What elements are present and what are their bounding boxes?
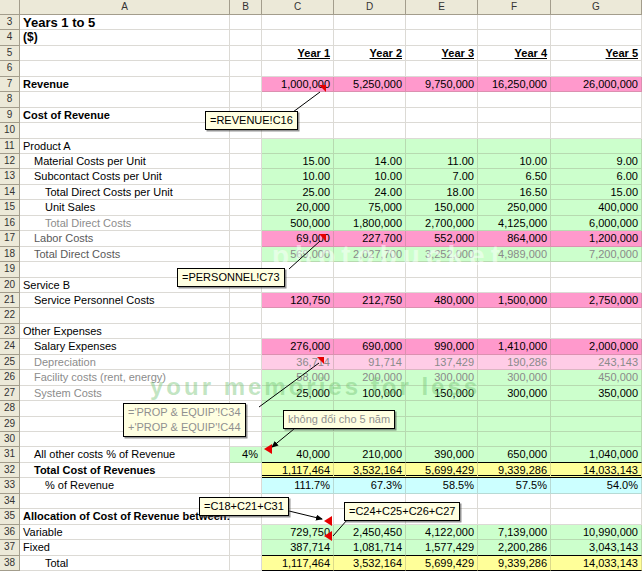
cell-D36[interactable]: 2,450,450 (334, 525, 406, 540)
cell-B4[interactable] (230, 30, 262, 45)
row-header-30[interactable]: 30 (0, 432, 20, 447)
cell-A17[interactable]: Labor Costs (20, 231, 230, 246)
cell-A32[interactable]: Total Cost of Revenues (20, 463, 230, 478)
cell-D25[interactable]: 91,714 (334, 355, 406, 370)
cell-F25[interactable]: 190,286 (478, 355, 551, 370)
cell-D31[interactable]: 210,000 (334, 447, 406, 462)
cell-B8[interactable] (230, 92, 262, 107)
cell-B27[interactable] (230, 386, 262, 401)
cell-F22[interactable] (478, 308, 551, 323)
cell-E15[interactable]: 150,000 (406, 200, 478, 215)
cell-E36[interactable]: 4,122,000 (406, 525, 478, 540)
cell-G5[interactable]: Year 5 (551, 46, 642, 61)
cell-B22[interactable] (230, 308, 262, 323)
cell-A8[interactable] (20, 92, 230, 107)
cell-G6[interactable] (551, 61, 642, 76)
cell-A24[interactable]: Salary Expenses (20, 339, 230, 354)
cell-E38[interactable]: 5,699,429 (406, 556, 478, 571)
cell-C8[interactable] (262, 92, 334, 107)
cell-E31[interactable]: 390,000 (406, 447, 478, 462)
cell-D22[interactable] (334, 308, 406, 323)
cell-F29[interactable] (478, 417, 551, 432)
cell-G36[interactable]: 10,990,000 (551, 525, 642, 540)
cell-G25[interactable]: 243,143 (551, 355, 642, 370)
cell-D26[interactable]: 200,000 (334, 370, 406, 385)
cell-A38[interactable]: Total (20, 556, 230, 571)
cell-D7[interactable]: 5,250,000 (334, 77, 406, 92)
cell-C30[interactable] (262, 432, 334, 447)
cell-E17[interactable]: 552,000 (406, 231, 478, 246)
row-header-37[interactable]: 37 (0, 540, 20, 555)
cell-F30[interactable] (478, 432, 551, 447)
cell-G3[interactable] (551, 15, 642, 30)
cell-E12[interactable]: 11.00 (406, 154, 478, 169)
row-header-23[interactable]: 23 (0, 324, 20, 339)
row-header-31[interactable]: 31 (0, 447, 20, 462)
cell-C22[interactable] (262, 308, 334, 323)
cell-C5[interactable]: Year 1 (262, 46, 334, 61)
cell-G18[interactable]: 7,200,000 (551, 247, 642, 262)
cell-D27[interactable]: 100,000 (334, 386, 406, 401)
cell-E19[interactable] (406, 262, 478, 277)
cell-F34[interactable] (478, 494, 551, 509)
row-header-7[interactable]: 7 (0, 77, 20, 92)
cell-F21[interactable]: 1,500,000 (478, 293, 551, 308)
cell-B21[interactable] (230, 293, 262, 308)
cell-E32[interactable]: 5,699,429 (406, 463, 478, 478)
cell-G28[interactable] (551, 401, 642, 416)
cell-A7[interactable]: Revenue (20, 77, 230, 92)
cell-B7[interactable] (230, 77, 262, 92)
cell-A14[interactable]: Total Direct Costs per Unit (20, 185, 230, 200)
cell-G27[interactable]: 350,000 (551, 386, 642, 401)
cell-G23[interactable] (551, 324, 642, 339)
cell-E18[interactable]: 3,252,000 (406, 247, 478, 262)
cell-A31[interactable]: All other costs % of Revenue (20, 447, 230, 462)
cell-B18[interactable] (230, 247, 262, 262)
row-header-34[interactable]: 34 (0, 494, 20, 509)
cell-G9[interactable] (551, 108, 642, 123)
cell-F4[interactable] (478, 30, 551, 45)
cell-B36[interactable] (230, 525, 262, 540)
cell-C33[interactable]: 111.7% (262, 478, 334, 493)
column-header-E[interactable]: E (406, 0, 478, 15)
cell-G29[interactable] (551, 417, 642, 432)
cell-B5[interactable] (230, 46, 262, 61)
cell-B15[interactable] (230, 200, 262, 215)
cell-D9[interactable] (334, 108, 406, 123)
row-header-15[interactable]: 15 (0, 200, 20, 215)
cell-B13[interactable] (230, 169, 262, 184)
column-header-B[interactable]: B (230, 0, 262, 15)
cell-E25[interactable]: 137,429 (406, 355, 478, 370)
cell-G34[interactable] (551, 494, 642, 509)
cell-G38[interactable]: 14,033,143 (551, 556, 642, 571)
row-header-26[interactable]: 26 (0, 370, 20, 385)
cell-G17[interactable]: 1,200,000 (551, 231, 642, 246)
cell-F19[interactable] (478, 262, 551, 277)
cell-G19[interactable] (551, 262, 642, 277)
cell-B14[interactable] (230, 185, 262, 200)
cell-E10[interactable] (406, 123, 478, 138)
cell-G10[interactable] (551, 123, 642, 138)
cell-D20[interactable] (334, 278, 406, 293)
row-header-33[interactable]: 33 (0, 478, 20, 493)
cell-C6[interactable] (262, 61, 334, 76)
cell-G16[interactable]: 6,000,000 (551, 216, 642, 231)
cell-C27[interactable]: 25,000 (262, 386, 334, 401)
cell-G24[interactable]: 2,000,000 (551, 339, 642, 354)
cell-F36[interactable]: 7,139,000 (478, 525, 551, 540)
cell-F23[interactable] (478, 324, 551, 339)
cell-C12[interactable]: 15.00 (262, 154, 334, 169)
cell-A21[interactable]: Service Personnel Costs (20, 293, 230, 308)
cell-F27[interactable]: 300,000 (478, 386, 551, 401)
cell-B12[interactable] (230, 154, 262, 169)
cell-E23[interactable] (406, 324, 478, 339)
cell-A16[interactable]: Total Direct Costs (20, 216, 230, 231)
cell-D32[interactable]: 3,532,164 (334, 463, 406, 478)
cell-C26[interactable]: 58,000 (262, 370, 334, 385)
row-header-16[interactable]: 16 (0, 216, 20, 231)
cell-C37[interactable]: 387,714 (262, 540, 334, 555)
cell-A5[interactable] (20, 46, 230, 61)
cell-F28[interactable] (478, 401, 551, 416)
row-header-10[interactable]: 10 (0, 123, 20, 138)
row-header-13[interactable]: 13 (0, 169, 20, 184)
